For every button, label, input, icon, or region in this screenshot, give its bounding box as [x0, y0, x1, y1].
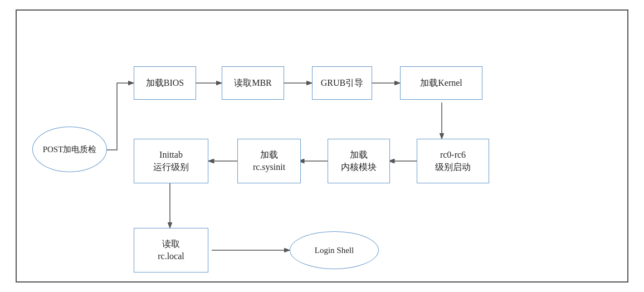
node-rc-local: 读取 rc.local [134, 228, 208, 272]
node-mbr: 读取MBR [222, 66, 284, 100]
node-post: POST加电质检 [32, 126, 107, 172]
node-inittab: Inittab 运行级别 [134, 139, 208, 183]
node-login-shell: Login Shell [290, 231, 379, 269]
node-kernel: 加载Kernel [400, 66, 482, 100]
node-rc0rc6: rc0-rc6 级别启动 [417, 139, 489, 183]
diagram-container: POST加电质检 加载BIOS 读取MBR GRUB引导 加载Kernel rc… [16, 9, 628, 283]
node-bios: 加载BIOS [134, 66, 196, 100]
node-kernel-mod: 加载 内核模块 [328, 139, 390, 183]
node-rc-sysinit: 加载 rc.sysinit [237, 139, 301, 183]
node-grub: GRUB引导 [312, 66, 372, 100]
